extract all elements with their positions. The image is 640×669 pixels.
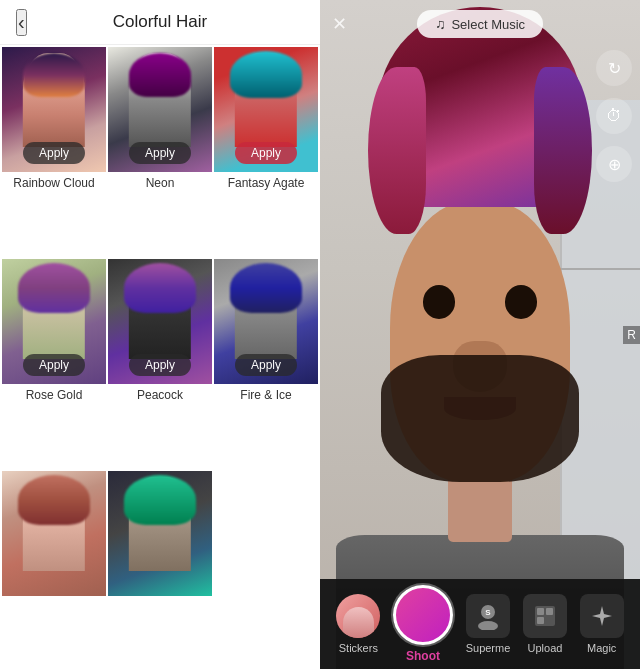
list-item	[2, 471, 106, 667]
face	[390, 201, 569, 482]
magic-icon	[580, 594, 624, 638]
top-bar: ✕ ♫ Select Music	[320, 0, 640, 48]
settings-button[interactable]: ⊕	[596, 146, 632, 182]
apply-button-active[interactable]: Apply	[235, 142, 297, 164]
upload-item[interactable]: Upload	[523, 594, 567, 654]
apply-button[interactable]: Apply	[129, 354, 191, 376]
select-music-label: Select Music	[451, 17, 525, 32]
apply-button[interactable]: Apply	[129, 142, 191, 164]
item-label: Fantasy Agate	[214, 172, 318, 194]
shoot-button[interactable]	[393, 585, 453, 645]
svg-text:S: S	[485, 608, 491, 617]
page-title: Colorful Hair	[16, 12, 304, 32]
hair-option-neon[interactable]: Apply	[108, 47, 212, 172]
svg-rect-5	[546, 608, 553, 615]
right-eye	[505, 285, 537, 319]
list-item: Apply Peacock	[108, 259, 212, 469]
item-label	[2, 596, 106, 604]
upload-label: Upload	[528, 642, 563, 654]
apply-button[interactable]: Apply	[23, 142, 85, 164]
flip-button[interactable]: ↻	[596, 50, 632, 86]
sticker-avatar	[336, 594, 380, 638]
r-indicator: R	[623, 326, 640, 344]
list-item: Apply Rainbow Cloud	[2, 47, 106, 257]
hair-option-fire-ice[interactable]: Apply	[214, 259, 318, 384]
svg-rect-4	[537, 608, 544, 615]
item-label: Rose Gold	[2, 384, 106, 406]
list-item: Apply Neon	[108, 47, 212, 257]
timer-button[interactable]: ⏱	[596, 98, 632, 134]
svg-marker-7	[592, 606, 612, 626]
stickers-item[interactable]: Stickers	[336, 594, 380, 654]
hair-option-rose-gold[interactable]: Apply	[2, 259, 106, 384]
item-label: Fire & Ice	[214, 384, 318, 406]
apply-button[interactable]: Apply	[23, 354, 85, 376]
music-icon: ♫	[435, 16, 446, 32]
beard	[381, 355, 578, 481]
left-eye	[423, 285, 455, 319]
magic-label: Magic	[587, 642, 616, 654]
hair-option-rainbow-cloud[interactable]: Apply	[2, 47, 106, 172]
superme-label: Superme	[466, 642, 511, 654]
camera-view: ✕ ♫ Select Music ↻ ⏱ ⊕ R	[320, 0, 640, 669]
item-label: Neon	[108, 172, 212, 194]
hair-option-7[interactable]	[2, 471, 106, 596]
svg-point-1	[478, 621, 498, 630]
left-header: ‹ Colorful Hair	[0, 0, 320, 45]
hair-left-side	[368, 67, 426, 234]
neck	[448, 475, 512, 542]
list-item: Apply Fire & Ice	[214, 259, 318, 469]
upload-icon	[523, 594, 567, 638]
superme-item[interactable]: S Superme	[466, 594, 511, 654]
list-item	[108, 471, 212, 667]
apply-button[interactable]: Apply	[235, 354, 297, 376]
select-music-button[interactable]: ♫ Select Music	[417, 10, 543, 38]
right-controls: ↻ ⏱ ⊕	[596, 50, 632, 182]
hair-option-peacock[interactable]: Apply	[108, 259, 212, 384]
close-button[interactable]: ✕	[332, 13, 347, 35]
svg-rect-6	[537, 617, 544, 624]
item-label	[108, 596, 212, 604]
hair-option-fantasy-agate[interactable]: Apply	[214, 47, 318, 172]
hair-right-side	[534, 67, 592, 234]
item-label: Rainbow Cloud	[2, 172, 106, 194]
item-label: Peacock	[108, 384, 212, 406]
magic-item[interactable]: Magic	[580, 594, 624, 654]
bottom-bar: Stickers Shoot S Superme	[320, 579, 640, 669]
right-panel: ✕ ♫ Select Music ↻ ⏱ ⊕ R Stickers Shoot	[320, 0, 640, 669]
list-item: Apply Fantasy Agate	[214, 47, 318, 257]
superme-icon: S	[466, 594, 510, 638]
left-panel: ‹ Colorful Hair Apply Rainbow Cloud Appl…	[0, 0, 320, 669]
shoot-label: Shoot	[406, 649, 440, 663]
shoot-item[interactable]: Shoot	[393, 585, 453, 663]
back-button[interactable]: ‹	[16, 9, 27, 36]
stickers-label: Stickers	[339, 642, 378, 654]
hair-grid: Apply Rainbow Cloud Apply Neon Apply Fan…	[0, 45, 320, 669]
list-item: Apply Rose Gold	[2, 259, 106, 469]
hair-option-8[interactable]	[108, 471, 212, 596]
